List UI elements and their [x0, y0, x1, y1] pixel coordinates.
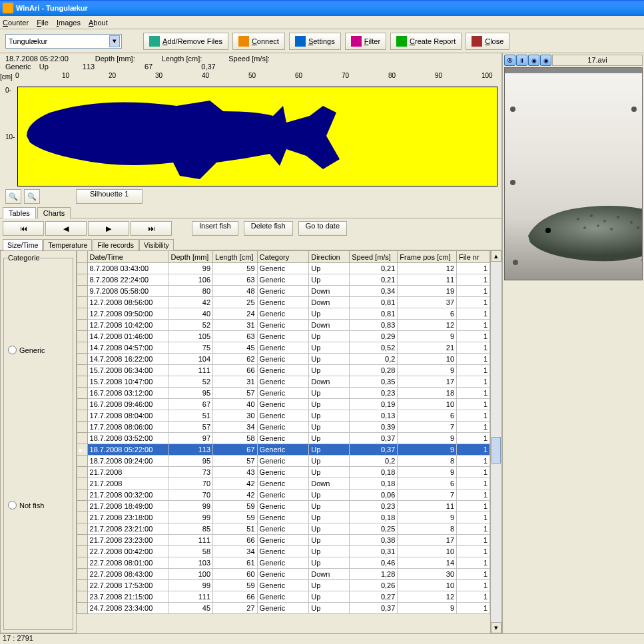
- video-rewind-button[interactable]: ⦿: [504, 55, 515, 66]
- tab-charts[interactable]: Charts: [37, 207, 71, 218]
- nav-first-button[interactable]: ⏮: [3, 221, 44, 236]
- column-header[interactable]: Direction: [309, 251, 350, 263]
- table-row[interactable]: 21.7.2008 23:21:008551GenericUp0,2581: [77, 523, 490, 535]
- location-combo[interactable]: Tungulækur ▾: [5, 34, 122, 49]
- column-header[interactable]: Depth [mm]: [168, 251, 213, 263]
- connect-button[interactable]: Connect: [232, 33, 285, 50]
- table-cell: 9: [398, 331, 457, 342]
- table-row[interactable]: 8.7.2008 03:43:009959GenericUp0,21121: [77, 263, 490, 274]
- table-cell: 22.7.2008 08:01:00: [87, 557, 168, 569]
- subtab-file-records[interactable]: File records: [93, 239, 139, 250]
- table-cell: Up: [309, 489, 350, 501]
- nav-last-button[interactable]: ⏭: [131, 221, 172, 236]
- table-row[interactable]: 21.7.2008 00:32:007042GenericUp0,0671: [77, 489, 490, 501]
- table-row[interactable]: 16.7.2008 03:12:009557GenericUp0,23181: [77, 388, 490, 399]
- table-row[interactable]: 17.7.2008 08:06:005734GenericUp0,3971: [77, 422, 490, 433]
- table-row[interactable]: 22.7.2008 08:01:0010361GenericUp0,46141: [77, 557, 490, 569]
- video-next-button[interactable]: ◉: [540, 55, 551, 66]
- video-pause-button[interactable]: ⏸: [516, 55, 527, 66]
- menu-images[interactable]: Images: [57, 19, 81, 27]
- menu-file[interactable]: File: [37, 19, 49, 27]
- table-cell: Generic: [257, 512, 309, 523]
- nav-prev-button[interactable]: ◀: [45, 221, 87, 236]
- scrollbar-vertical[interactable]: ▴ ▾: [490, 250, 501, 633]
- table-row[interactable]: 21.7.20087343GenericUp0,1891: [77, 467, 490, 478]
- column-header[interactable]: Speed [m/s]: [350, 251, 398, 263]
- table-cell: 73: [168, 467, 213, 478]
- table-row[interactable]: 21.7.2008 18:49:009959GenericUp0,23111: [77, 501, 490, 512]
- table-row[interactable]: 14.7.2008 04:57:007545GenericUp0,52211: [77, 342, 490, 354]
- column-header[interactable]: Frame pos [cm]: [398, 251, 457, 263]
- menu-counter[interactable]: Counter: [3, 19, 29, 27]
- table-row[interactable]: 21.7.2008 23:23:0011166GenericUp0,38171: [77, 535, 490, 546]
- table-row[interactable]: 12.7.2008 08:56:004225GenericDown0,81371: [77, 297, 490, 308]
- main-tabs: Tables Charts: [0, 206, 501, 218]
- table-cell: 1: [457, 410, 490, 422]
- table-cell: Down: [309, 569, 350, 580]
- table-row[interactable]: 8.7.2008 22:24:0010663GenericUp0,21111: [77, 274, 490, 286]
- table-cell: Generic: [257, 603, 309, 614]
- tab-tables[interactable]: Tables: [3, 207, 36, 218]
- subtab-size-time[interactable]: Size/Time: [3, 239, 43, 250]
- radio-generic[interactable]: [8, 346, 17, 354]
- table-row[interactable]: ▸18.7.2008 05:22:0011367GenericUp0,3791: [77, 444, 490, 456]
- subtab-temperature[interactable]: Temperature: [43, 239, 92, 250]
- table-row[interactable]: 24.7.2008 23:34:004527GenericUp0,3791: [77, 603, 490, 614]
- scroll-up-icon[interactable]: ▴: [491, 250, 501, 262]
- filter-button[interactable]: Filter: [345, 33, 386, 50]
- table-row[interactable]: 22.7.2008 08:43:0010060GenericDown1,2830…: [77, 569, 490, 580]
- table-cell: 14.7.2008 16:22:00: [87, 354, 168, 365]
- add-remove-files-button[interactable]: Add/Remove Files: [143, 33, 228, 50]
- table-row[interactable]: 18.7.2008 03:52:009758GenericUp0,3791: [77, 433, 490, 444]
- close-button[interactable]: Close: [466, 33, 509, 50]
- silhouette-button[interactable]: Silhouette 1: [76, 189, 143, 204]
- goto-date-button[interactable]: Go to date: [298, 221, 347, 236]
- table-row[interactable]: 21.7.20087042GenericDown0,1861: [77, 478, 490, 489]
- table-row[interactable]: 16.7.2008 09:46:006740GenericUp0,19101: [77, 399, 490, 410]
- video-prev-button[interactable]: ◉: [528, 55, 539, 66]
- table-cell: Generic: [257, 331, 309, 342]
- table-row[interactable]: 23.7.2008 21:15:0011166GenericUp0,27121: [77, 591, 490, 603]
- table-cell: 21: [398, 342, 457, 354]
- table-row[interactable]: 9.7.2008 05:58:008048GenericDown0,34191: [77, 286, 490, 297]
- table-cell: 22.7.2008 08:43:00: [87, 569, 168, 580]
- subtab-visibility[interactable]: Visibility: [139, 239, 174, 250]
- scrollbar-thumb[interactable]: [491, 437, 501, 464]
- table-row[interactable]: 14.7.2008 16:22:0010462GenericUp0,2101: [77, 354, 490, 365]
- table-cell: 1: [457, 331, 490, 342]
- table-cell: 0,26: [350, 580, 398, 591]
- data-table[interactable]: Date/TimeDepth [mm]Length [cm]CategoryDi…: [77, 250, 490, 614]
- speed-value: 0,37: [192, 63, 225, 71]
- radio-notfish[interactable]: [8, 501, 17, 509]
- zoom-out-button[interactable]: 🔍: [24, 189, 40, 204]
- chevron-down-icon[interactable]: ▾: [109, 35, 120, 47]
- table-row[interactable]: 15.7.2008 10:47:005231GenericDown0,35171: [77, 376, 490, 388]
- table-row[interactable]: 15.7.2008 06:34:0011166GenericUp0,2891: [77, 365, 490, 376]
- table-cell: 0,27: [350, 591, 398, 603]
- menu-about[interactable]: About: [89, 19, 108, 27]
- table-row[interactable]: 22.7.2008 17:53:009959GenericUp0,26101: [77, 580, 490, 591]
- column-header[interactable]: Date/Time: [87, 251, 168, 263]
- insert-fish-button[interactable]: Insert fish: [192, 221, 238, 236]
- scroll-down-icon[interactable]: ▾: [491, 622, 501, 633]
- table-row[interactable]: 12.7.2008 10:42:005231GenericDown0,83121: [77, 320, 490, 331]
- table-row[interactable]: 17.7.2008 08:04:005130GenericUp0,1361: [77, 410, 490, 422]
- zoom-in-button[interactable]: 🔍: [5, 189, 21, 204]
- table-row[interactable]: 14.7.2008 01:46:0010563GenericUp0,2991: [77, 331, 490, 342]
- table-row[interactable]: 22.7.2008 00:42:005834GenericUp0,31101: [77, 546, 490, 557]
- table-cell: 1: [457, 444, 490, 456]
- column-header[interactable]: Category: [257, 251, 309, 263]
- delete-fish-button[interactable]: Delete fish: [244, 221, 293, 236]
- table-row[interactable]: 12.7.2008 09:50:004024GenericUp0,8161: [77, 308, 490, 320]
- column-header[interactable]: Length [cm]: [213, 251, 258, 263]
- column-header[interactable]: File nr: [457, 251, 490, 263]
- settings-button[interactable]: Settings: [289, 33, 341, 50]
- table-cell: Up: [309, 557, 350, 569]
- table-row[interactable]: 18.7.2008 09:24:009557GenericUp0,281: [77, 456, 490, 467]
- create-report-button[interactable]: Create Report: [390, 33, 462, 50]
- table-row[interactable]: 21.7.2008 23:18:009959GenericUp0,1891: [77, 512, 490, 523]
- depth-label: Depth [mm]:: [95, 55, 135, 63]
- nav-next-button[interactable]: ▶: [88, 221, 129, 236]
- table-cell: 10: [398, 354, 457, 365]
- length-label: Length [cm]:: [162, 55, 202, 63]
